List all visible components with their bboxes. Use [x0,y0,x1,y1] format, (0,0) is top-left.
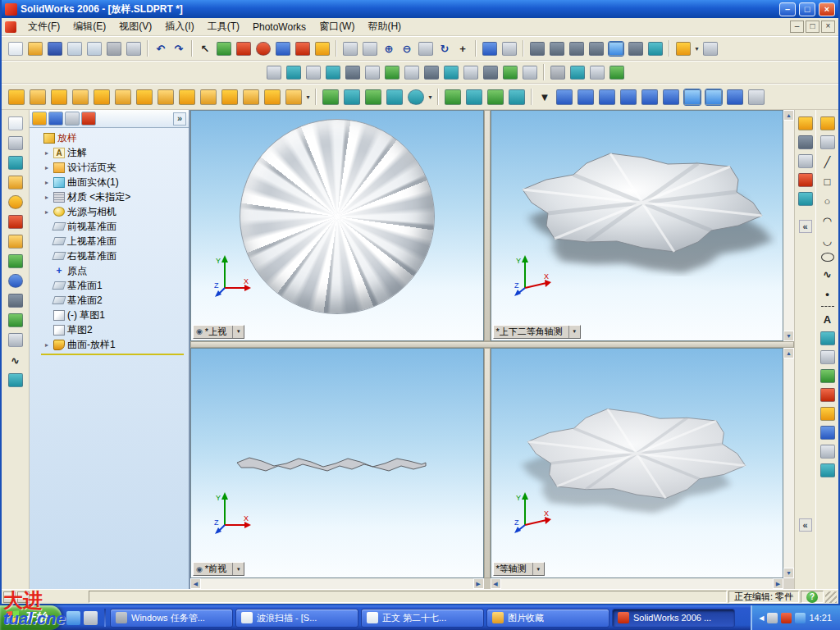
antivirus-icon[interactable] [781,613,792,623]
task-wave-sweep-doc[interactable]: 波浪扫描 - [S... [235,609,358,628]
scroll-right-icon[interactable]: ▶ [773,578,783,589]
rectangle-icon[interactable]: □ [820,174,835,189]
hole-wizard-icon[interactable] [200,89,217,105]
tree-item-root[interactable]: 放样 [31,130,187,145]
menu-view[interactable]: 视图(V) [112,18,158,35]
drop-down-arrow-icon[interactable]: ▼ [537,89,552,104]
view-orientation-dropdown[interactable]: ◉ *前视 ▾ [193,562,244,576]
extruded-cut-icon[interactable] [221,89,238,105]
scroll-up-icon[interactable]: ▲ [783,110,794,121]
task-solidworks[interactable]: SolidWorks 2006 ... [612,609,735,628]
select-icon[interactable]: ↖ [198,41,212,56]
mirror-entities-icon[interactable] [820,350,835,364]
offset-surface-icon[interactable] [345,66,360,80]
pan-icon[interactable]: + [455,41,470,56]
scene-icon[interactable] [798,192,813,206]
scrollbar-track[interactable] [501,578,774,589]
menu-insert[interactable]: 插入(I) [158,18,200,35]
restore-button[interactable]: □ [799,2,815,16]
lofted-surface-icon[interactable] [326,66,340,80]
hide-show-items-icon[interactable] [798,154,813,168]
reference-axis-icon[interactable] [466,89,482,105]
hidden-lines-visible-icon[interactable] [550,42,564,56]
sketch-text-icon[interactable]: A [820,312,835,326]
redo-icon[interactable]: ↷ [171,41,186,56]
viewport-dimetric[interactable]: Y X Z *上下二等角轴测 ▾ [491,110,784,341]
expander-icon[interactable]: ▸ [43,149,51,157]
spline-tool-icon[interactable]: ∿ [8,353,23,368]
scrollbar-track[interactable] [783,358,794,568]
revolved-cut-icon[interactable] [243,89,259,105]
pattern-grid-icon[interactable] [8,294,23,308]
featuremanager-tab[interactable] [32,112,47,126]
tree-item-right-plane[interactable]: 右视基准面 [31,249,187,263]
layers-icon[interactable] [8,136,23,150]
insert-bends-icon[interactable] [727,89,743,105]
tree-item-plane1[interactable]: 基准面1 [31,278,187,293]
vertical-splitter[interactable] [484,110,491,341]
sketch-toggle-icon[interactable] [315,42,330,56]
display-relations-icon[interactable] [820,463,835,477]
expander-icon[interactable]: ▸ [43,208,51,216]
undo-icon[interactable]: ↶ [153,41,168,56]
coordinate-system-icon[interactable] [487,89,504,105]
dropdown-arrow-icon[interactable]: ▾ [427,94,434,101]
palette-icon[interactable] [8,333,23,347]
document-icon[interactable] [5,21,16,33]
tree-item-surface-bodies[interactable]: ▸ 曲面实体(1) [31,175,187,189]
standard-views-icon[interactable] [676,42,691,56]
move-face-icon[interactable] [590,66,605,80]
tree-item-plane2[interactable]: 基准面2 [31,293,187,308]
tree-item-top-plane[interactable]: 上视基准面 [31,234,187,249]
horizontal-splitter[interactable] [190,341,794,348]
hidden-lines-removed-icon[interactable] [569,42,584,56]
linear-sketch-pattern-icon[interactable] [820,426,835,440]
filled-surface-icon[interactable] [503,66,518,80]
menu-file[interactable]: 文件(F) [21,18,66,35]
viewport-top[interactable]: Y X Z ◉ *上视 ▾ [190,110,484,341]
collapse-pane-icon[interactable]: « [799,220,812,233]
loft-surface-top-view[interactable] [240,119,435,314]
wireframe-icon[interactable] [530,42,545,56]
window-split-icon[interactable] [3,591,16,603]
lofted-boss-icon[interactable] [72,89,89,105]
stamp-icon[interactable] [8,215,23,229]
perspective-icon[interactable] [502,42,517,56]
dropdown-arrow-icon[interactable]: ▾ [232,563,244,575]
base-flange-icon[interactable] [620,89,637,105]
loft-surface-front-view[interactable] [225,445,438,481]
scroll-right-icon[interactable]: ▶ [473,578,484,589]
expander-icon[interactable]: ▸ [43,194,51,201]
tree-item-origin[interactable]: + 原点 [31,263,187,278]
tree-item-design-binder[interactable]: ▸ 设计活页夹 [31,160,187,175]
move-view-icon[interactable] [8,156,23,170]
sketch-fillet-icon[interactable] [820,407,835,421]
resize-grip[interactable] [825,591,837,603]
task-task-manager[interactable]: Windows 任务管... [110,609,233,628]
rib-icon[interactable] [136,89,153,105]
view-orientation-dropdown[interactable]: *等轴测 ▾ [493,562,545,576]
fillet-icon[interactable] [94,89,110,105]
curvature-icon[interactable] [703,42,718,56]
minimize-button[interactable]: – [779,2,796,16]
shaded-icon[interactable] [609,42,623,56]
extruded-boss-icon[interactable] [8,89,25,105]
section-view-icon[interactable] [648,42,663,56]
check-surface-icon[interactable] [609,66,624,80]
miter-flange-icon[interactable] [663,89,679,105]
scrollbar-track[interactable] [783,121,794,331]
zoom-to-area-icon[interactable] [363,42,377,56]
scroll-down-icon[interactable]: ▼ [783,331,794,341]
dropdown-arrow-icon[interactable]: ▾ [693,45,701,52]
hidden-icons-chevron-icon[interactable]: ◀ [759,614,764,622]
clock[interactable]: 14:21 [809,613,832,623]
scrollbar-track[interactable] [201,578,473,589]
thirdparty-tab[interactable] [81,112,96,126]
extruded-surface-icon[interactable] [267,66,281,80]
reference-plane-icon[interactable] [445,89,461,105]
panel-expand-icon[interactable]: » [173,112,186,126]
tree-item-lights-cameras[interactable]: ▸ 光源与相机 [31,204,187,219]
circle-icon[interactable]: ○ [820,194,835,208]
design-library-icon[interactable] [8,235,23,249]
horizontal-scrollbar[interactable]: ◀ ▶ [491,578,784,589]
